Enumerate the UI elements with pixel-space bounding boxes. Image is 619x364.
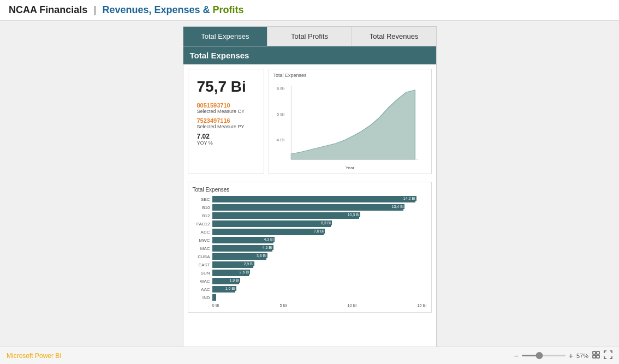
bar-label: MWC — [193, 238, 210, 243]
yoy-value: 7.02 — [197, 133, 255, 140]
cy-label: Selected Measure CY — [197, 109, 255, 114]
bar-fill: 3,8 Bi — [212, 253, 266, 260]
tab-profits[interactable]: Total Profits — [267, 27, 352, 46]
svg-text:8 Bi: 8 Bi — [276, 86, 284, 91]
bar-row: MWC4,3 Bi — [193, 237, 427, 243]
bar-label: EAST — [193, 262, 210, 267]
bar-fill: 4,2 Bi — [212, 245, 272, 252]
area-chart-panel: Total Expenses 8 Bi 6 Bi 4 Bi 2005 2010 — [269, 69, 432, 174]
bar-row: PAC128,3 Bi — [193, 220, 427, 227]
bar-row: SEC14,2 Bi — [193, 196, 427, 202]
tab-bar: Total Expenses Total Profits Total Reven… — [183, 27, 436, 46]
title-text: NCAA Financials — [9, 4, 87, 15]
bar-row: EAST2,9 Bi — [193, 261, 427, 268]
bar-row: AAC1,6 Bi — [193, 286, 427, 293]
yoy-metric-block: 7.02 YOY % — [197, 133, 255, 146]
zoom-percent: 57% — [576, 353, 588, 359]
bar-row: B1013,4 Bi — [193, 204, 427, 211]
main-content: Total Expenses Total Profits Total Reven… — [0, 21, 619, 347]
fit-screen-button[interactable] — [592, 350, 600, 361]
bottom-bar: Microsoft Power BI − + 57% — [0, 347, 619, 364]
bar-fill: 4,3 Bi — [212, 237, 274, 243]
svg-text:2010: 2010 — [339, 160, 350, 162]
bar-label: WAC — [193, 279, 210, 284]
bar-chart-title: Total Expenses — [193, 187, 427, 193]
bar-value-label: 14,2 Bi — [402, 196, 416, 201]
x-label-15: 15 Bi — [417, 303, 426, 308]
top-panels: 75,7 Bi 8051593710 Selected Measure CY 7… — [183, 64, 436, 178]
bar-container: 14,2 Bi — [212, 196, 427, 202]
bar-fill: 2,9 Bi — [212, 261, 254, 268]
title-subtitle: Revenues, Expenses & Profits — [102, 4, 243, 15]
bar-fill: 13,4 Bi — [212, 204, 404, 211]
yoy-label: YOY % — [197, 140, 255, 146]
bar-label: ACC — [193, 230, 210, 235]
title-separator: | — [93, 4, 96, 15]
bar-label: B12 — [193, 213, 210, 218]
svg-rect-10 — [593, 355, 596, 358]
bar-container: 4,3 Bi — [212, 237, 427, 243]
page-title: NCAA Financials | Revenues, Expenses & P… — [9, 4, 244, 16]
tab-expenses[interactable]: Total Expenses — [183, 27, 268, 46]
cy-metric-block: 8051593710 Selected Measure CY — [197, 102, 255, 114]
bar-label: IND — [193, 295, 210, 300]
py-label: Selected Measure PY — [197, 124, 255, 129]
svg-rect-9 — [597, 351, 599, 354]
bar-row: IND — [193, 294, 427, 301]
bar-container: 3,8 Bi — [212, 253, 427, 260]
bar-label: CUSA — [193, 254, 210, 259]
bar-container: 8,3 Bi — [212, 220, 427, 227]
bar-row: SUN2,6 Bi — [193, 270, 427, 276]
bar-rows-container: SEC14,2 BiB1013,4 BiB1210,3 BiPAC128,3 B… — [193, 196, 427, 301]
x-label-10: 10 Bi — [347, 303, 356, 308]
bar-value-label: 7,8 Bi — [313, 229, 325, 234]
bar-value-label: 1,6 Bi — [224, 286, 236, 291]
big-number-value: 75,7 Bi — [197, 78, 255, 96]
bar-container: 2,6 Bi — [212, 270, 427, 276]
svg-text:2015: 2015 — [386, 160, 397, 162]
tab-revenues[interactable]: Total Revenues — [352, 27, 436, 46]
bar-container: 1,9 Bi — [212, 278, 427, 284]
x-label-5: 5 Bi — [279, 303, 287, 308]
powerbi-link[interactable]: Microsoft Power BI — [7, 352, 62, 360]
bar-row: CUSA3,8 Bi — [193, 253, 427, 260]
bar-row: WAC1,9 Bi — [193, 278, 427, 284]
bar-container: 10,3 Bi — [212, 212, 427, 219]
bar-container: 2,9 Bi — [212, 261, 427, 268]
bar-fill: 14,2 Bi — [212, 196, 415, 202]
bar-fill — [212, 294, 217, 301]
bar-container: 4,2 Bi — [212, 245, 427, 252]
svg-text:6 Bi: 6 Bi — [276, 111, 284, 117]
fullscreen-button[interactable] — [604, 350, 612, 361]
bar-container: 13,4 Bi — [212, 204, 427, 211]
big-number-panel: 75,7 Bi 8051593710 Selected Measure CY 7… — [188, 69, 264, 174]
bar-fill: 8,3 Bi — [212, 220, 331, 227]
bar-value-label: 2,6 Bi — [239, 270, 251, 275]
zoom-slider-thumb — [535, 352, 543, 359]
title-bar: NCAA Financials | Revenues, Expenses & P… — [0, 0, 619, 21]
area-chart-svg: 8 Bi 6 Bi 4 Bi 2005 2010 2015 — [273, 80, 427, 162]
zoom-slider[interactable] — [522, 355, 566, 356]
zoom-out-button[interactable]: − — [514, 351, 519, 360]
bar-label: MAC — [193, 246, 210, 251]
bar-label: SEC — [193, 197, 210, 202]
bar-value-label: 13,4 Bi — [391, 204, 405, 209]
svg-rect-8 — [593, 351, 596, 354]
cy-value: 8051593710 — [197, 102, 255, 109]
bar-fill: 10,3 Bi — [212, 212, 360, 219]
bar-label: SUN — [193, 271, 210, 276]
py-value: 7523497116 — [197, 117, 255, 124]
bar-row: MAC4,2 Bi — [193, 245, 427, 252]
bar-value-label: 4,3 Bi — [263, 237, 275, 242]
area-chart-x-label: Year — [273, 165, 427, 170]
bar-row: B1210,3 Bi — [193, 212, 427, 219]
zoom-controls: − + 57% — [514, 350, 612, 361]
bar-fill: 2,6 Bi — [212, 270, 249, 276]
bar-container: 7,8 Bi — [212, 229, 427, 235]
bar-fill: 1,9 Bi — [212, 278, 240, 284]
zoom-in-button[interactable]: + — [569, 351, 573, 360]
svg-rect-11 — [597, 355, 599, 358]
x-label-0: 0 Bi — [212, 303, 219, 308]
bar-value-label: 10,3 Bi — [347, 212, 361, 217]
bar-value-label: 2,9 Bi — [242, 261, 254, 266]
